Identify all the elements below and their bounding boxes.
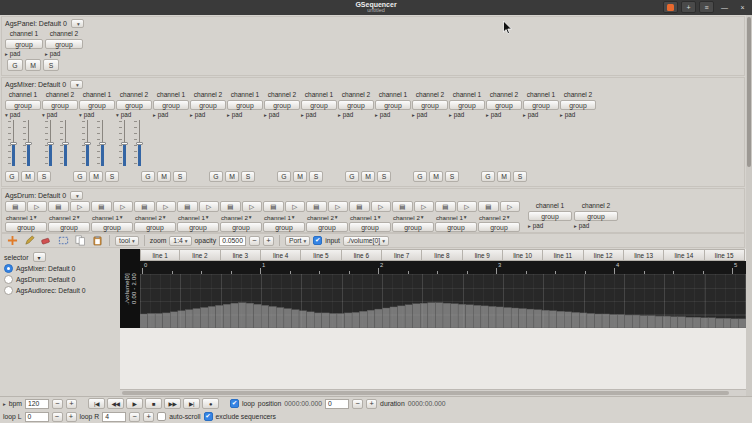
radio-button[interactable] [4, 275, 13, 284]
edit-tool-button[interactable] [22, 234, 36, 247]
pad-open-button[interactable]: ▤ [134, 201, 155, 212]
mute-toggle[interactable]: M [497, 171, 511, 182]
group-button[interactable]: group [523, 100, 559, 110]
group-button[interactable]: group [153, 100, 189, 110]
scrollbar-handle[interactable] [122, 391, 729, 395]
radio-button[interactable] [4, 286, 13, 295]
line-selector[interactable]: channel 1▾ [91, 213, 133, 221]
pad-expander[interactable]: ▸pad [338, 111, 374, 118]
line-header[interactable]: line 6 [342, 249, 382, 261]
minimize-button[interactable]: — [717, 1, 732, 13]
navigation-expander[interactable]: ▸ [3, 401, 6, 407]
select-tool-button[interactable] [56, 234, 70, 247]
group-toggle[interactable]: G [141, 171, 155, 182]
group-button[interactable]: group [375, 100, 411, 110]
group-button[interactable]: group [134, 222, 176, 232]
pad-play-button[interactable]: ▷ [70, 201, 91, 212]
line-header[interactable]: line 8 [422, 249, 462, 261]
pad-open-button[interactable]: ▤ [5, 201, 26, 212]
radio-button[interactable] [4, 264, 13, 273]
close-button[interactable]: × [735, 1, 750, 13]
pad-open-button[interactable]: ▤ [177, 201, 198, 212]
copy-button[interactable] [73, 234, 87, 247]
group-button[interactable]: group [5, 39, 43, 49]
line-selector[interactable]: channel 2▾ [134, 213, 176, 221]
pad-open-button[interactable]: ▤ [220, 201, 241, 212]
rewind-button[interactable]: ◀◀ [107, 398, 124, 409]
group-button[interactable]: group [177, 222, 219, 232]
volume-fader[interactable] [97, 119, 106, 167]
stop-button[interactable]: ■ [145, 398, 162, 409]
pad-expander[interactable]: ▸pad [486, 111, 522, 118]
pad-expander[interactable]: ▾pad [79, 111, 115, 118]
pad-expander[interactable]: ▸pad [190, 111, 226, 118]
timeline-ruler[interactable]: 012345 [140, 261, 746, 274]
selector-options-button[interactable]: ▾ [33, 252, 46, 262]
pad-open-button[interactable]: ▤ [349, 201, 370, 212]
group-button[interactable]: group [478, 222, 520, 232]
line-header[interactable]: line 13 [624, 249, 664, 261]
pad-open-button[interactable]: ▤ [435, 201, 456, 212]
loop-checkbox[interactable]: ✔ [230, 399, 239, 408]
group-toggle[interactable]: G [73, 171, 87, 182]
group-button[interactable]: group [301, 100, 337, 110]
offset-increment-button[interactable]: + [366, 399, 377, 409]
automation-lane[interactable] [140, 274, 746, 328]
mute-toggle[interactable]: M [429, 171, 443, 182]
line-selector[interactable]: channel 2▾ [392, 213, 434, 221]
pad-expander[interactable]: ▾pad [42, 111, 78, 118]
tool-dropdown[interactable]: tool▾ [115, 236, 139, 246]
solo-toggle[interactable]: S [445, 171, 459, 182]
port-dropdown[interactable]: Port▾ [285, 236, 310, 246]
line-header[interactable]: line 1 [140, 249, 180, 261]
group-button[interactable]: group [227, 100, 263, 110]
group-button[interactable]: group [5, 222, 47, 232]
group-button[interactable]: group [91, 222, 133, 232]
pad-play-button[interactable]: ▷ [500, 201, 521, 212]
group-button[interactable]: group [79, 100, 115, 110]
scrollbar-handle[interactable] [747, 17, 751, 167]
line-selector[interactable]: channel 1▾ [5, 213, 47, 221]
opacity-decrement-button[interactable]: − [249, 236, 260, 246]
loop-l-decrement-button[interactable]: − [52, 412, 63, 422]
group-button[interactable]: group [264, 100, 300, 110]
group-toggle[interactable]: G [413, 171, 427, 182]
volume-fader[interactable] [82, 119, 91, 167]
line-header[interactable]: line 10 [503, 249, 543, 261]
mute-toggle[interactable]: M [361, 171, 375, 182]
clear-tool-button[interactable] [39, 234, 53, 247]
group-button[interactable]: group [574, 211, 618, 221]
mute-toggle[interactable]: M [25, 59, 41, 71]
selector-item[interactable]: AgsDrum: Default 0 [4, 274, 116, 285]
group-toggle[interactable]: G [7, 59, 23, 71]
loop-l-increment-button[interactable]: + [66, 412, 77, 422]
exclude-sequencers-checkbox[interactable]: ✔ [204, 412, 213, 421]
pad-expander[interactable]: ▸pad [5, 50, 43, 57]
pad-expander[interactable]: ▸pad [301, 111, 337, 118]
line-selector[interactable]: channel 2▾ [306, 213, 348, 221]
line-selector[interactable]: channel 1▾ [177, 213, 219, 221]
solo-toggle[interactable]: S [309, 171, 323, 182]
pad-play-button[interactable]: ▷ [242, 201, 263, 212]
pad-play-button[interactable]: ▷ [156, 201, 177, 212]
group-button[interactable]: group [263, 222, 305, 232]
pad-play-button[interactable]: ▷ [371, 201, 392, 212]
group-button[interactable]: group [5, 100, 41, 110]
mute-toggle[interactable]: M [21, 171, 35, 182]
group-button[interactable]: group [349, 222, 391, 232]
group-button[interactable]: group [560, 100, 596, 110]
volume-fader[interactable] [60, 119, 69, 167]
solo-toggle[interactable]: S [43, 59, 59, 71]
horizontal-scrollbar[interactable] [120, 389, 746, 396]
position-tool-button[interactable] [5, 234, 19, 247]
paste-button[interactable] [90, 234, 104, 247]
menu-button[interactable]: ≡ [699, 1, 714, 13]
pad-open-button[interactable]: ▤ [478, 201, 499, 212]
group-toggle[interactable]: G [5, 171, 19, 182]
machine-options-dropdown[interactable]: ▾ [70, 191, 83, 200]
line-header[interactable]: line 9 [463, 249, 503, 261]
group-toggle[interactable]: G [277, 171, 291, 182]
pad-expander[interactable]: ▾pad [116, 111, 152, 118]
loop-r-decrement-button[interactable]: − [129, 412, 140, 422]
line-selector[interactable]: channel 2▾ [478, 213, 520, 221]
